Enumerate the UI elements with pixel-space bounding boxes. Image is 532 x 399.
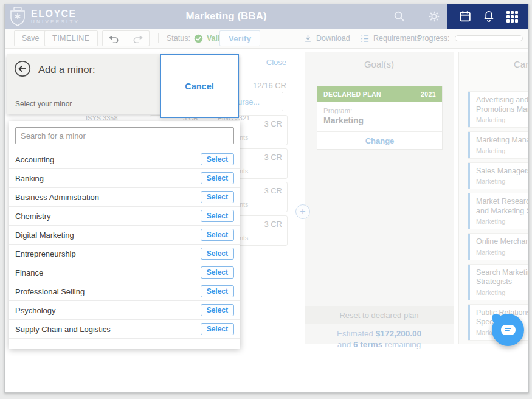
career-card[interactable]: Sales ManagersMarketing [468,163,529,189]
status-label: Status: [167,34,190,43]
minor-name: Business Administration [15,193,99,202]
change-program-link[interactable]: Change [317,131,442,149]
career-name: Sales Managers [476,167,529,176]
program-label: Program: [323,107,436,114]
career-card[interactable]: Search Marketing StrategistsMarketing [468,265,529,300]
career-name: Market Research Analysts and Marketing S… [476,197,529,216]
toolbar-divider [95,33,95,43]
select-minor-button[interactable]: Select [201,323,234,335]
career-category: Marketing [476,147,529,154]
minor-row: Digital MarketingSelect [9,226,240,245]
career-name: Search Marketing Strategists [476,268,529,287]
career-card[interactable]: Market Research Analysts and Marketing S… [468,193,529,229]
plan-toolbar: Save TIMELINE Status: Valid [5,29,528,49]
bell-icon[interactable] [482,10,496,23]
select-minor-button[interactable]: Select [201,153,234,165]
goals-panel-title: Goal(s) [305,59,454,69]
program-value: Marketing [323,116,436,125]
back-arrow-button[interactable] [14,60,31,77]
minor-row: EntrepreneurshipSelect [9,245,240,263]
minor-name: Professional Selling [15,287,85,296]
reset-declared-plan-button[interactable]: Reset to declared plan [305,306,454,324]
select-minor-button[interactable]: Select [201,304,234,316]
career-card[interactable]: Marketing ManagersMarketing [468,132,529,158]
undo-button[interactable] [103,31,126,46]
minor-name: Finance [15,268,43,277]
estimate-amount: $172,200.00 [376,329,421,338]
career-category: Marketing [476,218,529,225]
select-minor-button[interactable]: Select [201,172,234,184]
minor-name: Entrepreneurship [15,249,76,258]
requirements-button[interactable]: Requirements [361,31,421,46]
modal-subtitle: Select your minor [15,100,72,108]
minor-picker-panel: AccountingSelectBankingSelectBusiness Ad… [9,121,240,349]
declared-plan-card: DECLARED PLAN 2021 Program: Marketing Ch… [317,86,443,150]
apps-grid-icon[interactable] [506,11,518,23]
browser-viewport: ELOYCE UNIVERSITY Marketing (BBA) [4,4,529,393]
careers-panel: Career(s) Advertising and Promotions Man… [458,52,529,344]
select-minor-button[interactable]: Select [201,210,234,222]
minor-row: Supply Chain and LogisticsSelect [9,320,240,339]
minor-name: Chemistry [15,212,51,221]
toolbar-divider [158,33,159,43]
toolbar-divider [353,33,353,43]
minor-name: Psychology [15,306,55,315]
valid-check-icon [194,34,203,43]
minor-row: ChemistrySelect [9,207,240,226]
term-credits-summary: 12/16 CR [253,81,286,90]
estimate-mid: and [337,340,351,349]
download-button[interactable]: Download [303,31,350,46]
requirements-list-icon [361,34,370,43]
course-credits: 3 CR [264,186,282,195]
gear-icon[interactable] [427,10,441,23]
careers-panel-title: Career(s) [514,59,529,69]
estimate-prefix: Estimated [337,329,373,338]
declared-plan-banner: DECLARED PLAN 2021 [317,86,442,102]
select-minor-button[interactable]: Select [201,285,234,297]
career-card[interactable]: Online MerchantsMarketing [468,234,529,260]
career-name: Advertising and Promotions Managers [476,95,529,114]
minor-row: FinanceSelect [9,263,240,282]
career-category: Marketing [476,249,529,256]
verify-button[interactable]: Verify [219,30,260,46]
plan-estimate: Estimated $172,200.00 and 6 terms remain… [305,328,454,350]
declared-plan-label: DECLARED PLAN [323,91,381,98]
minor-row: PsychologySelect [9,301,240,320]
save-button[interactable]: Save [14,30,47,46]
add-term-button[interactable]: + [295,204,310,219]
goals-panel: Goal(s) DECLARED PLAN 2021 Program: Mark… [305,52,454,344]
minor-search-input[interactable] [15,127,234,144]
progress-bar [455,35,523,41]
course-credits: 3 CR [264,220,282,229]
close-term-link[interactable]: Close [266,58,286,67]
redo-button[interactable] [126,31,149,46]
minor-name: Supply Chain and Logistics [15,325,111,334]
select-minor-button[interactable]: Select [201,266,234,279]
degree-planner-app: ELOYCE UNIVERSITY Marketing (BBA) [5,4,528,392]
minor-row: BankingSelect [9,169,240,188]
search-icon[interactable] [393,10,406,23]
estimate-terms: 6 terms [353,340,382,349]
modal-title: Add a minor: [38,64,95,75]
select-minor-button[interactable]: Select [201,229,234,241]
app-screenshot: ELOYCE UNIVERSITY Marketing (BBA) [0,0,532,399]
chat-bubble-icon [501,325,516,335]
career-category: Marketing [476,178,529,185]
minor-row: Professional SellingSelect [9,282,240,301]
minor-row: Business AdministrationSelect [9,188,240,207]
select-minor-button[interactable]: Select [201,191,234,203]
minor-name: Banking [15,174,44,183]
career-card[interactable]: Advertising and Promotions ManagersMarke… [468,92,529,127]
page-title: Marketing (BBA) [5,4,447,29]
course-credits: 3 CR [264,119,282,128]
cancel-button[interactable]: Cancel [160,54,239,118]
calendar-icon[interactable] [458,10,472,23]
career-name: Online Merchants [476,237,529,247]
timeline-button[interactable]: TIMELINE [44,30,98,46]
progress-label: Progress: [417,34,450,43]
chat-launcher-button[interactable] [492,314,524,346]
career-name: Marketing Managers [476,136,529,145]
minor-name: Digital Marketing [15,231,74,240]
minor-name: Accounting [15,155,54,164]
select-minor-button[interactable]: Select [201,248,234,260]
